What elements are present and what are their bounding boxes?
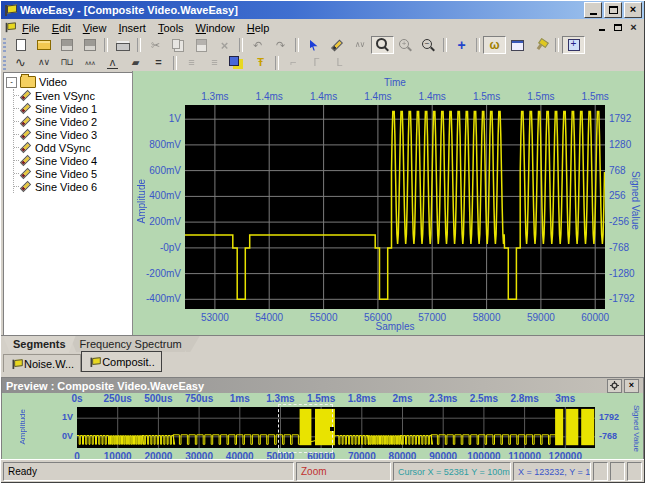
close-button[interactable]: × bbox=[624, 2, 642, 18]
pencil-icon bbox=[20, 116, 31, 127]
tab-row-end bbox=[186, 336, 200, 353]
wave-toolbar bbox=[1, 54, 644, 72]
properties-button[interactable] bbox=[506, 36, 529, 54]
y-tick-label-left: 1V bbox=[25, 412, 73, 423]
minimize-button[interactable] bbox=[584, 2, 602, 18]
tab-composite-file[interactable]: Composit.. bbox=[81, 351, 162, 372]
menu-item[interactable]: Edit bbox=[46, 21, 77, 35]
insert-dc-button[interactable] bbox=[147, 54, 170, 72]
save-all-button bbox=[78, 36, 101, 54]
x-tick-label: 59000 bbox=[516, 312, 566, 323]
menu-item[interactable]: Help bbox=[241, 21, 276, 35]
y-tick-label-left: 200mV bbox=[133, 216, 181, 227]
toolbar-grip bbox=[3, 56, 6, 70]
preview-close-button[interactable]: × bbox=[624, 379, 639, 393]
pencil-tool-button[interactable] bbox=[325, 36, 348, 54]
new-button[interactable] bbox=[9, 36, 32, 54]
open-button[interactable] bbox=[32, 36, 55, 54]
title-bar: WaveEasy - [Composite Video.WaveEasy] × bbox=[1, 1, 644, 19]
y-tick-label-right: 768 bbox=[609, 165, 645, 176]
status-message: Ready bbox=[3, 462, 294, 481]
tree-item[interactable]: Sine Video 6 bbox=[14, 180, 132, 193]
y-tick-label-left: 800mV bbox=[133, 139, 181, 150]
tree-root-video[interactable]: - Video bbox=[6, 75, 132, 89]
close-icon: × bbox=[629, 381, 634, 390]
time-tick-label: 3ms bbox=[540, 393, 590, 404]
minimize-icon bbox=[590, 13, 597, 15]
zoom-tool-button[interactable] bbox=[371, 36, 394, 54]
menu-item[interactable]: View bbox=[77, 21, 113, 35]
waveform-plot[interactable] bbox=[185, 105, 605, 309]
insert-square-button[interactable] bbox=[55, 54, 78, 72]
pointer-tool-button[interactable] bbox=[302, 36, 325, 54]
preview-title-bar[interactable]: Preview : Composite Video.WaveEasy × bbox=[2, 378, 643, 393]
tree-item[interactable]: Sine Video 2 bbox=[14, 115, 132, 128]
status-cursor-readout: Cursor X = 52381 Y = 100mV bbox=[393, 462, 511, 481]
collapse-icon[interactable]: - bbox=[6, 77, 17, 88]
mdi-restore-button[interactable] bbox=[611, 22, 624, 33]
menu-item[interactable]: File bbox=[16, 21, 46, 35]
move-tool-button[interactable] bbox=[450, 36, 473, 54]
menu-bar: FileEditViewInsertToolsWindowHelp × bbox=[1, 19, 644, 37]
segment-list-button bbox=[180, 54, 203, 72]
y-tick-label-right: 1792 bbox=[609, 113, 645, 124]
tab-noise-file[interactable]: Noise.W... bbox=[3, 354, 81, 372]
time-tick-label: 1.4ms bbox=[407, 91, 457, 102]
tab-segments[interactable]: Segments bbox=[3, 336, 76, 353]
segment-edit-button bbox=[203, 54, 226, 72]
insert-triangle-button[interactable] bbox=[32, 54, 55, 72]
print-button[interactable] bbox=[111, 36, 134, 54]
separator bbox=[275, 56, 279, 70]
tree-item[interactable]: Odd VSync bbox=[14, 141, 132, 154]
insert-sine-button[interactable] bbox=[9, 54, 32, 72]
pencil-icon bbox=[20, 155, 31, 166]
status-position-readout: X = 123232, Y = 131mV bbox=[513, 462, 591, 481]
resize-grip[interactable] bbox=[627, 462, 642, 481]
separator bbox=[239, 38, 243, 52]
delete-button bbox=[213, 36, 236, 54]
corner-2-button bbox=[305, 54, 328, 72]
zoom-in-button bbox=[394, 36, 417, 54]
menu-item[interactable]: Insert bbox=[112, 21, 152, 35]
preview-title: Preview : Composite Video.WaveEasy bbox=[6, 380, 204, 392]
close-icon: × bbox=[630, 4, 636, 15]
time-tick-label: 1.4ms bbox=[353, 91, 403, 102]
insert-dense-wave-button[interactable] bbox=[124, 54, 147, 72]
corner-1-button bbox=[282, 54, 305, 72]
mdi-close-button[interactable]: × bbox=[627, 22, 640, 33]
x-tick-label: 56000 bbox=[353, 312, 403, 323]
grid-button[interactable] bbox=[562, 36, 585, 54]
x-tick-label: 53000 bbox=[190, 312, 240, 323]
tree-item[interactable]: Sine Video 5 bbox=[14, 167, 132, 180]
tree-item[interactable]: Sine Video 1 bbox=[14, 102, 132, 115]
tree-item[interactable]: Sine Video 4 bbox=[14, 154, 132, 167]
mdi-minimize-button[interactable] bbox=[595, 22, 608, 33]
workspace: - Video Even VSyncSine Video 1Sine Video… bbox=[1, 71, 644, 335]
insert-noise-button[interactable] bbox=[78, 54, 101, 72]
overlay-button[interactable] bbox=[226, 54, 249, 72]
preview-plot[interactable] bbox=[77, 407, 595, 448]
paste-button bbox=[190, 36, 213, 54]
zoom-out-button[interactable] bbox=[417, 36, 440, 54]
tree-children: Even VSyncSine Video 1Sine Video 2Sine V… bbox=[13, 89, 132, 193]
x-tick-label: 58000 bbox=[462, 312, 512, 323]
insert-impulse-button[interactable] bbox=[101, 54, 124, 72]
restore-icon bbox=[614, 24, 622, 31]
menu-item[interactable]: Window bbox=[190, 21, 241, 35]
restore-button[interactable] bbox=[604, 2, 622, 18]
document-icon bbox=[89, 357, 98, 366]
options-button[interactable] bbox=[529, 36, 552, 54]
tree-item[interactable]: Sine Video 3 bbox=[14, 128, 132, 141]
preview-options-button[interactable] bbox=[607, 379, 622, 393]
y-tick-label-right: -1280 bbox=[609, 268, 645, 279]
status-mode: Zoom bbox=[296, 462, 391, 481]
preview-toggle-button[interactable] bbox=[483, 36, 506, 54]
selection-box[interactable] bbox=[278, 404, 333, 453]
time-tick-label: 1.5ms bbox=[462, 91, 512, 102]
separator bbox=[555, 38, 559, 52]
marker-button[interactable] bbox=[249, 54, 272, 72]
tree-item[interactable]: Even VSync bbox=[14, 89, 132, 102]
menu-item[interactable]: Tools bbox=[152, 21, 190, 35]
y-tick-label-right: 256 bbox=[609, 190, 645, 201]
selection-handle[interactable] bbox=[330, 427, 334, 431]
